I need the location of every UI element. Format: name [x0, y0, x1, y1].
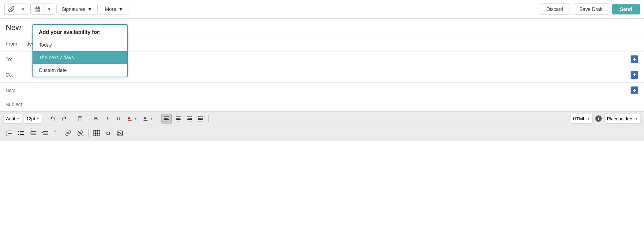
- fmt-sep4: [158, 115, 158, 122]
- font-color-button[interactable]: A ▼: [125, 114, 139, 124]
- cc-label: Cc:: [6, 72, 25, 78]
- svg-rect-21: [188, 118, 192, 119]
- svg-rect-12: [164, 116, 169, 117]
- more-arrow: ▼: [118, 6, 123, 12]
- italic-button[interactable]: I: [102, 114, 112, 124]
- unlink-icon: [77, 130, 83, 136]
- toolbar-right: Discard Save Draft Send: [540, 4, 640, 15]
- send-button[interactable]: Send: [612, 4, 640, 14]
- calendar-dropdown-arrow: ▼: [47, 7, 51, 11]
- svg-rect-15: [164, 121, 167, 121]
- new-message-title: New: [6, 23, 21, 32]
- unlink-button[interactable]: [75, 128, 85, 138]
- increase-indent-button[interactable]: [40, 128, 50, 138]
- highlight-icon: A: [143, 116, 150, 121]
- bcc-add-button[interactable]: +: [631, 86, 638, 94]
- svg-rect-6: [38, 10, 39, 11]
- placeholders-dropdown[interactable]: Placeholders ▼: [604, 114, 640, 124]
- svg-rect-17: [176, 118, 180, 119]
- svg-text:A: A: [144, 116, 146, 120]
- highlight-button[interactable]: A ▼: [141, 114, 155, 124]
- svg-rect-19: [177, 121, 180, 121]
- bold-button[interactable]: B: [91, 114, 101, 124]
- paperclip-icon: [8, 6, 14, 12]
- redo-button[interactable]: [59, 114, 69, 124]
- fmt-sep2: [72, 115, 72, 122]
- bcc-row: Bcc: +: [0, 83, 644, 98]
- calendar-dropdown-button[interactable]: ▼: [44, 4, 54, 14]
- availability-next7days[interactable]: The next 7 days: [33, 51, 127, 64]
- subject-label: Subject:: [6, 102, 25, 107]
- bold-icon: B: [94, 116, 98, 121]
- unordered-list-button[interactable]: [16, 128, 26, 138]
- ordered-list-button[interactable]: 1. 2.: [4, 128, 14, 138]
- table-button[interactable]: [91, 128, 102, 138]
- subject-input[interactable]: [25, 102, 638, 107]
- underline-button[interactable]: U: [114, 114, 123, 124]
- font-family-dropdown[interactable]: Arial ▼: [4, 114, 22, 124]
- special-char-button[interactable]: Ω: [103, 128, 113, 138]
- align-left-button[interactable]: [161, 114, 172, 124]
- font-size-value: 12pt: [26, 116, 35, 121]
- redo-icon: [61, 116, 67, 121]
- attachment-dropdown-button[interactable]: ▼: [18, 4, 28, 14]
- svg-rect-39: [43, 131, 48, 132]
- fmt-row1: Arial ▼ 12pt ▼: [0, 112, 644, 126]
- paste-button[interactable]: [75, 114, 85, 124]
- image-icon: [117, 130, 123, 136]
- align-center-button[interactable]: [173, 114, 183, 124]
- availability-dropdown: Add your availability for: Today The nex…: [32, 24, 128, 77]
- svg-text:": ": [54, 130, 56, 136]
- image-button[interactable]: [115, 128, 125, 138]
- font-size-dropdown[interactable]: 12pt ▼: [24, 114, 42, 124]
- signatures-arrow: ▼: [87, 6, 92, 12]
- align-right-icon: [187, 116, 192, 121]
- unordered-list-icon: [18, 130, 24, 136]
- fmt-sep3: [88, 115, 88, 122]
- svg-rect-41: [43, 134, 48, 135]
- fmt-row2: 1. 2.: [0, 126, 644, 140]
- paste-icon: [77, 116, 83, 121]
- svg-rect-13: [164, 118, 168, 119]
- align-center-icon: [175, 116, 181, 121]
- to-add-button[interactable]: +: [631, 55, 638, 63]
- svg-rect-38: [31, 134, 36, 135]
- svg-text:1.: 1.: [6, 131, 8, 133]
- svg-rect-25: [198, 118, 203, 119]
- cc-add-button[interactable]: +: [631, 71, 638, 79]
- svg-rect-35: [20, 134, 24, 135]
- html-arrow: ▼: [587, 117, 590, 120]
- svg-rect-7: [79, 116, 81, 117]
- svg-rect-23: [189, 121, 192, 121]
- link-icon: [65, 130, 71, 136]
- fmt-sep1: [45, 115, 45, 122]
- availability-custom[interactable]: Custom date: [33, 64, 127, 77]
- undo-icon: [50, 116, 56, 121]
- availability-today[interactable]: Today: [33, 38, 127, 51]
- svg-rect-20: [187, 116, 192, 117]
- blockquote-button[interactable]: " ": [51, 128, 61, 138]
- html-dropdown[interactable]: HTML ▼: [571, 114, 593, 124]
- underline-icon: U: [117, 116, 120, 121]
- align-right-button[interactable]: [184, 114, 194, 124]
- decrease-indent-button[interactable]: [28, 128, 38, 138]
- undo-button[interactable]: [48, 114, 58, 124]
- attachment-button[interactable]: [5, 4, 18, 14]
- link-button[interactable]: [63, 128, 73, 138]
- svg-rect-36: [31, 131, 36, 132]
- info-icon[interactable]: i: [595, 115, 602, 122]
- svg-rect-0: [35, 7, 40, 12]
- increase-indent-icon: [42, 130, 48, 136]
- calendar-button[interactable]: [31, 4, 44, 14]
- align-left-icon: [164, 116, 169, 121]
- font-family-value: Arial: [6, 116, 15, 121]
- more-button[interactable]: More ▼: [100, 4, 129, 14]
- discard-button[interactable]: Discard: [540, 4, 570, 15]
- formatting-toolbar: Arial ▼ 12pt ▼: [0, 111, 644, 140]
- svg-rect-37: [31, 133, 36, 133]
- save-draft-button[interactable]: Save Draft: [573, 4, 609, 15]
- signatures-button[interactable]: Signatures ▼: [56, 4, 98, 14]
- bcc-input[interactable]: [25, 88, 631, 93]
- svg-text:": ": [56, 130, 59, 136]
- align-justify-button[interactable]: [196, 114, 206, 124]
